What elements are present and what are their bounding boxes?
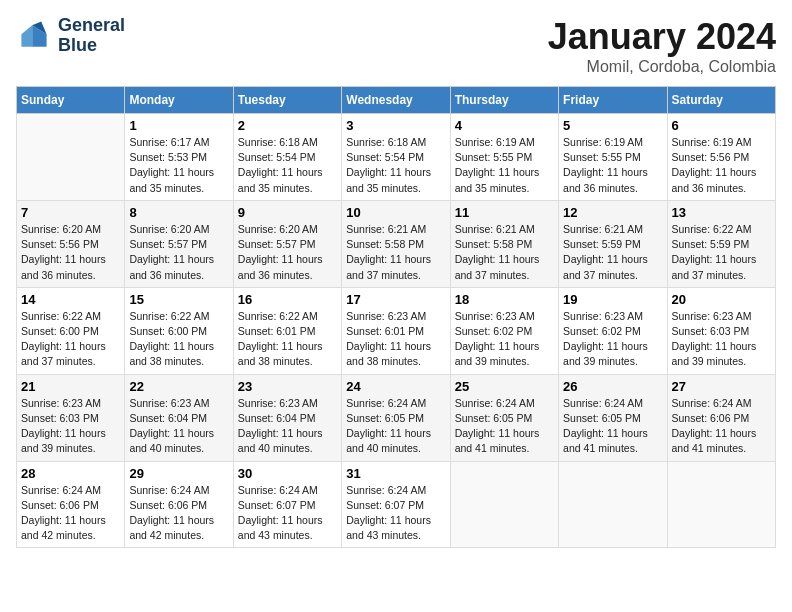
calendar-cell: 24Sunrise: 6:24 AMSunset: 6:05 PMDayligh… [342,374,450,461]
calendar-cell: 13Sunrise: 6:22 AMSunset: 5:59 PMDayligh… [667,200,775,287]
day-info: Sunrise: 6:22 AMSunset: 6:01 PMDaylight:… [238,309,337,370]
calendar-cell: 4Sunrise: 6:19 AMSunset: 5:55 PMDaylight… [450,114,558,201]
day-number: 11 [455,205,554,220]
calendar-cell: 25Sunrise: 6:24 AMSunset: 6:05 PMDayligh… [450,374,558,461]
calendar-cell: 29Sunrise: 6:24 AMSunset: 6:06 PMDayligh… [125,461,233,548]
calendar-cell: 27Sunrise: 6:24 AMSunset: 6:06 PMDayligh… [667,374,775,461]
header-cell-monday: Monday [125,87,233,114]
day-number: 23 [238,379,337,394]
day-info: Sunrise: 6:21 AMSunset: 5:58 PMDaylight:… [455,222,554,283]
day-number: 14 [21,292,120,307]
calendar-cell: 19Sunrise: 6:23 AMSunset: 6:02 PMDayligh… [559,287,667,374]
calendar-cell [559,461,667,548]
calendar-cell [17,114,125,201]
day-info: Sunrise: 6:19 AMSunset: 5:56 PMDaylight:… [672,135,771,196]
day-info: Sunrise: 6:24 AMSunset: 6:06 PMDaylight:… [672,396,771,457]
day-info: Sunrise: 6:24 AMSunset: 6:07 PMDaylight:… [346,483,445,544]
calendar-cell: 5Sunrise: 6:19 AMSunset: 5:55 PMDaylight… [559,114,667,201]
calendar-cell: 3Sunrise: 6:18 AMSunset: 5:54 PMDaylight… [342,114,450,201]
day-number: 7 [21,205,120,220]
day-number: 19 [563,292,662,307]
day-number: 8 [129,205,228,220]
calendar-cell: 22Sunrise: 6:23 AMSunset: 6:04 PMDayligh… [125,374,233,461]
day-number: 24 [346,379,445,394]
day-info: Sunrise: 6:23 AMSunset: 6:02 PMDaylight:… [455,309,554,370]
day-number: 3 [346,118,445,133]
day-info: Sunrise: 6:23 AMSunset: 6:04 PMDaylight:… [129,396,228,457]
calendar-cell: 28Sunrise: 6:24 AMSunset: 6:06 PMDayligh… [17,461,125,548]
day-number: 15 [129,292,228,307]
calendar-week-row: 28Sunrise: 6:24 AMSunset: 6:06 PMDayligh… [17,461,776,548]
day-info: Sunrise: 6:23 AMSunset: 6:01 PMDaylight:… [346,309,445,370]
day-number: 17 [346,292,445,307]
main-title: January 2024 [548,16,776,58]
header-cell-thursday: Thursday [450,87,558,114]
day-number: 28 [21,466,120,481]
day-info: Sunrise: 6:17 AMSunset: 5:53 PMDaylight:… [129,135,228,196]
day-number: 10 [346,205,445,220]
day-info: Sunrise: 6:23 AMSunset: 6:03 PMDaylight:… [21,396,120,457]
day-info: Sunrise: 6:21 AMSunset: 5:59 PMDaylight:… [563,222,662,283]
calendar-cell: 15Sunrise: 6:22 AMSunset: 6:00 PMDayligh… [125,287,233,374]
day-number: 25 [455,379,554,394]
header: General Blue January 2024 Momil, Cordoba… [16,16,776,76]
day-info: Sunrise: 6:24 AMSunset: 6:05 PMDaylight:… [455,396,554,457]
calendar-cell [667,461,775,548]
day-number: 26 [563,379,662,394]
day-number: 9 [238,205,337,220]
svg-marker-2 [21,25,32,47]
calendar-cell: 7Sunrise: 6:20 AMSunset: 5:56 PMDaylight… [17,200,125,287]
day-info: Sunrise: 6:18 AMSunset: 5:54 PMDaylight:… [346,135,445,196]
day-info: Sunrise: 6:18 AMSunset: 5:54 PMDaylight:… [238,135,337,196]
day-number: 16 [238,292,337,307]
day-number: 13 [672,205,771,220]
day-info: Sunrise: 6:20 AMSunset: 5:57 PMDaylight:… [238,222,337,283]
calendar-cell: 20Sunrise: 6:23 AMSunset: 6:03 PMDayligh… [667,287,775,374]
logo-text: General Blue [58,16,125,56]
day-number: 12 [563,205,662,220]
day-number: 21 [21,379,120,394]
day-number: 31 [346,466,445,481]
day-number: 27 [672,379,771,394]
calendar-week-row: 7Sunrise: 6:20 AMSunset: 5:56 PMDaylight… [17,200,776,287]
calendar-cell: 1Sunrise: 6:17 AMSunset: 5:53 PMDaylight… [125,114,233,201]
day-number: 22 [129,379,228,394]
calendar-cell: 21Sunrise: 6:23 AMSunset: 6:03 PMDayligh… [17,374,125,461]
calendar-cell: 14Sunrise: 6:22 AMSunset: 6:00 PMDayligh… [17,287,125,374]
day-info: Sunrise: 6:24 AMSunset: 6:06 PMDaylight:… [21,483,120,544]
calendar-week-row: 14Sunrise: 6:22 AMSunset: 6:00 PMDayligh… [17,287,776,374]
day-number: 5 [563,118,662,133]
day-number: 29 [129,466,228,481]
day-number: 20 [672,292,771,307]
calendar-table: SundayMondayTuesdayWednesdayThursdayFrid… [16,86,776,548]
title-area: January 2024 Momil, Cordoba, Colombia [548,16,776,76]
calendar-cell: 17Sunrise: 6:23 AMSunset: 6:01 PMDayligh… [342,287,450,374]
day-info: Sunrise: 6:21 AMSunset: 5:58 PMDaylight:… [346,222,445,283]
day-number: 2 [238,118,337,133]
calendar-cell: 8Sunrise: 6:20 AMSunset: 5:57 PMDaylight… [125,200,233,287]
day-number: 30 [238,466,337,481]
subtitle: Momil, Cordoba, Colombia [548,58,776,76]
calendar-cell: 11Sunrise: 6:21 AMSunset: 5:58 PMDayligh… [450,200,558,287]
calendar-cell: 9Sunrise: 6:20 AMSunset: 5:57 PMDaylight… [233,200,341,287]
calendar-cell: 16Sunrise: 6:22 AMSunset: 6:01 PMDayligh… [233,287,341,374]
logo-icon [16,18,52,54]
day-info: Sunrise: 6:22 AMSunset: 5:59 PMDaylight:… [672,222,771,283]
header-cell-friday: Friday [559,87,667,114]
header-cell-wednesday: Wednesday [342,87,450,114]
calendar-cell [450,461,558,548]
calendar-cell: 12Sunrise: 6:21 AMSunset: 5:59 PMDayligh… [559,200,667,287]
calendar-week-row: 21Sunrise: 6:23 AMSunset: 6:03 PMDayligh… [17,374,776,461]
day-info: Sunrise: 6:24 AMSunset: 6:05 PMDaylight:… [346,396,445,457]
day-number: 4 [455,118,554,133]
day-info: Sunrise: 6:23 AMSunset: 6:02 PMDaylight:… [563,309,662,370]
calendar-cell: 26Sunrise: 6:24 AMSunset: 6:05 PMDayligh… [559,374,667,461]
calendar-cell: 2Sunrise: 6:18 AMSunset: 5:54 PMDaylight… [233,114,341,201]
header-cell-tuesday: Tuesday [233,87,341,114]
day-info: Sunrise: 6:19 AMSunset: 5:55 PMDaylight:… [563,135,662,196]
calendar-cell: 10Sunrise: 6:21 AMSunset: 5:58 PMDayligh… [342,200,450,287]
calendar-week-row: 1Sunrise: 6:17 AMSunset: 5:53 PMDaylight… [17,114,776,201]
calendar-header-row: SundayMondayTuesdayWednesdayThursdayFrid… [17,87,776,114]
calendar-cell: 6Sunrise: 6:19 AMSunset: 5:56 PMDaylight… [667,114,775,201]
header-cell-sunday: Sunday [17,87,125,114]
